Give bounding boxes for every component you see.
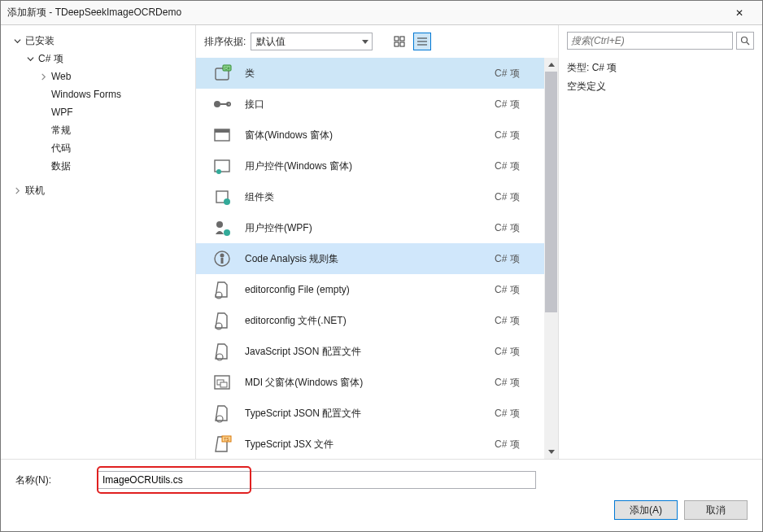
chevron-down-icon [548,450,555,454]
template-name: 用户控件(WPF) [245,221,495,235]
template-icon [211,309,233,332]
template-row[interactable]: MDI 父窗体(Windows 窗体)C# 项 [196,367,558,398]
svg-text:C#: C# [225,66,230,71]
svg-rect-2 [395,42,399,46]
svg-line-36 [747,42,749,45]
svg-rect-3 [400,42,404,46]
template-icon: C# [211,62,233,85]
svg-point-20 [224,229,230,236]
template-row[interactable]: TSTypeScript JSX 文件C# 项 [196,429,558,459]
tree-node-installed[interactable]: 已安装 [7,32,195,50]
template-name: Code Analysis 规则集 [245,252,495,266]
chevron-down-icon [12,36,22,46]
template-row[interactable]: TypeScript JSON 配置文件C# 项 [196,398,558,429]
add-new-item-dialog: 添加新项 - TDeepSeekImageOCRDemo ✕ 已安装 C# 项 … [0,0,763,532]
template-type: C# 项 [495,129,543,142]
search-input[interactable] [571,35,729,46]
template-row[interactable]: 用户控件(WPF)C# 项 [196,212,558,243]
bottom-bar: 名称(N): 添加(A) 取消 [1,459,762,531]
scrollbar[interactable] [544,58,558,459]
chevron-right-icon [12,185,22,195]
chevron-right-icon [38,72,48,81]
tree-node-code[interactable]: 代码 [7,139,195,157]
grid-icon [394,36,405,47]
template-row[interactable]: 组件类C# 项 [196,181,558,212]
svg-rect-14 [215,129,229,133]
template-name: editorconfig File (empty) [245,284,495,295]
sort-value: 默认值 [256,35,286,49]
center-toolbar: 排序依据: 默认值 [196,25,558,58]
type-info: 类型: C# 项 [567,61,754,75]
svg-point-10 [214,101,220,107]
template-type: C# 项 [495,345,543,359]
template-row[interactable]: 接口C# 项 [196,89,558,120]
tree-node-web[interactable]: Web [7,68,195,85]
template-row[interactable]: 窗体(Windows 窗体)C# 项 [196,120,558,150]
tree-node-online[interactable]: 联机 [7,181,195,199]
template-list[interactable]: C#类C# 项接口C# 项窗体(Windows 窗体)C# 项用户控件(Wind… [196,58,558,459]
category-tree: 已安装 C# 项 Web Windows Forms WPF 常规 代码 [1,25,196,459]
tree-node-data[interactable]: 数据 [7,157,195,175]
name-row: 名称(N): [15,471,748,489]
template-type: C# 项 [495,190,543,204]
template-row[interactable]: 用户控件(Windows 窗体)C# 项 [196,150,558,181]
template-type: C# 项 [495,283,543,297]
close-button[interactable]: ✕ [723,2,756,24]
template-type: C# 项 [495,221,543,235]
button-row: 添加(A) 取消 [15,500,748,520]
template-type: C# 项 [495,252,543,266]
template-row[interactable]: editorconfig File (empty)C# 项 [196,274,558,305]
template-icon [211,278,233,301]
view-list-button[interactable] [413,33,431,50]
svg-rect-23 [221,258,224,264]
template-icon [211,155,233,177]
tree-node-general[interactable]: 常规 [7,121,195,139]
search-row [567,32,754,50]
template-row[interactable]: editorconfig 文件(.NET)C# 项 [196,305,558,336]
add-button[interactable]: 添加(A) [614,500,678,520]
description: 空类定义 [567,80,754,94]
template-name: MDI 父窗体(Windows 窗体) [245,376,495,390]
template-icon [211,247,233,270]
name-input[interactable] [97,471,536,489]
template-type: C# 项 [495,407,543,421]
tree-node-csharp[interactable]: C# 项 [7,50,195,68]
template-name: 组件类 [245,190,495,204]
template-name: 用户控件(Windows 窗体) [245,159,495,173]
scroll-down-button[interactable] [544,445,558,459]
tree-node-wpf[interactable]: WPF [7,103,195,121]
svg-text:TS: TS [224,437,229,442]
search-icon [740,36,750,46]
search-button[interactable] [736,32,754,50]
scroll-up-button[interactable] [544,58,558,72]
template-icon [211,371,233,394]
scroll-thumb[interactable] [545,72,557,312]
sort-dropdown[interactable]: 默认值 [251,33,373,50]
template-name: 类 [245,67,495,81]
template-name: TypeScript JSON 配置文件 [245,407,495,421]
svg-point-35 [742,37,748,43]
tree-node-winforms[interactable]: Windows Forms [7,85,195,103]
name-label: 名称(N): [15,473,97,487]
svg-point-30 [216,416,223,422]
template-row[interactable]: C#类C# 项 [196,58,558,89]
chevron-up-icon [548,63,555,67]
template-row[interactable]: Code Analysis 规则集C# 项 [196,243,558,274]
svg-point-25 [216,323,222,329]
view-medium-icons-button[interactable] [390,33,408,50]
template-name: TypeScript JSX 文件 [245,438,495,451]
svg-point-18 [224,198,230,205]
svg-rect-29 [220,382,227,387]
template-icon [211,340,233,363]
search-input-wrap[interactable] [567,32,733,50]
template-icon [211,185,233,208]
template-type: C# 项 [495,98,543,111]
template-name: JavaScript JSON 配置文件 [245,345,495,359]
template-row[interactable]: JavaScript JSON 配置文件C# 项 [196,336,558,367]
svg-rect-0 [395,37,399,41]
template-icon [211,124,233,146]
window-title: 添加新项 - TDeepSeekImageOCRDemo [7,6,723,20]
cancel-button[interactable]: 取消 [684,500,748,520]
template-panel: 排序依据: 默认值 C#类C# 项接口C# 项窗体(Windows 窗体)C# … [196,25,559,459]
template-name: 窗体(Windows 窗体) [245,129,495,142]
